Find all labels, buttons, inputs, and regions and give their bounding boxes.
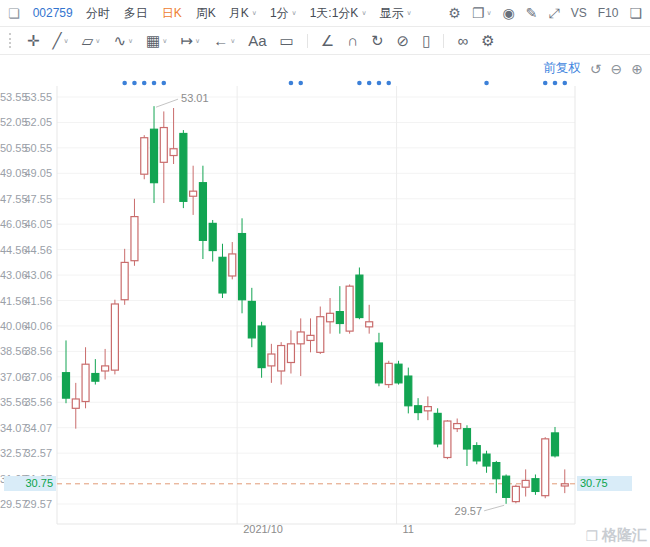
zoom-in-icon[interactable]: ⊕ [631,61,643,77]
popout-icon-glyph: ❏ [629,5,642,21]
candle-down [151,129,158,182]
candlestick-chart[interactable]: 2021/101153.0129.57 [0,55,650,547]
measure-icon[interactable]: ↦∨ [180,32,200,50]
dropdown-1分[interactable]: 1分∨ [270,5,297,22]
candle-up [121,262,128,299]
vs-button-glyph: VS [571,6,587,20]
watermark-logo-icon: ❐ [585,528,598,544]
y-axis-label: 37.06 [0,370,60,384]
dropdown-显示[interactable]: 显示∨ [380,5,412,22]
delete-drawings-icon[interactable]: ▯ [422,32,430,50]
fullscreen-icon[interactable]: ⤢ [549,5,560,22]
candle-up [102,366,109,371]
drawing-toolbar: ✛╱∨▱∨∿∨▦∨↦∨←∨Aa▭∠∩↻⊘▯∞⚙ [0,27,650,55]
candle-up [307,335,314,340]
channel-icon-glyph: ▱ [82,32,94,50]
y-axis-label: 50.55 [0,141,60,155]
continuous-draw-icon[interactable]: ↻ [371,32,384,50]
watermark: ❐ 格隆汇 [585,526,647,545]
candle-up [278,346,285,371]
candle-down [375,343,382,383]
sync-drawings-icon[interactable]: ∞ [457,32,468,49]
current-price-badge-right: 30.75 [577,476,632,491]
channel-icon[interactable]: ▱∨ [82,32,101,50]
layout-select-icon-glyph: ❐ [472,5,485,21]
angle-icon[interactable]: ∠ [321,32,334,50]
arrow-icon[interactable]: ←∨ [213,32,235,49]
candle-up [268,354,275,366]
candle-up [160,128,167,163]
candle-down [532,479,539,492]
event-dot [132,81,137,86]
trendline-icon-glyph: ╱ [53,32,62,50]
candle-down [248,301,255,337]
y-axis-label: 44.56 [0,243,60,257]
candle-down [336,312,343,324]
main-toolbar: ❏ 002759 分时多日日K周K 月K∨1分∨1天:1分K∨显示∨ ⚙❐∨◉✎… [0,0,650,27]
candle-down [395,364,402,383]
pattern-icon[interactable]: ▦∨ [146,32,167,50]
chart-settings-icon[interactable]: ⚙ [448,5,461,21]
dropdown-label: 显示 [380,5,404,22]
candle-up [542,439,549,496]
hide-drawings-icon[interactable]: ⊘ [397,32,410,50]
candle-up [190,191,197,196]
text-icon[interactable]: Aa [248,32,266,49]
draw-settings-icon-glyph: ⚙ [481,32,494,50]
stock-code[interactable]: 002759 [33,6,73,20]
draw-mode-icon[interactable]: ✎ [526,5,538,21]
layout-select-icon[interactable]: ❐∨ [472,5,492,21]
candle-up [229,254,236,276]
screenshot-icon[interactable]: ◉ [503,5,515,21]
y-axis-label: 29.57 [0,497,60,511]
candle-up [512,486,519,501]
draw-settings-icon[interactable]: ⚙ [481,32,494,50]
candle-down [63,373,70,398]
candle-up [366,322,373,327]
dropdown-label: 1分 [270,5,289,22]
drag-handle[interactable] [9,33,13,48]
arrow-icon-glyph: ← [213,32,228,49]
y-axis-label: 43.06 [0,268,60,282]
event-dot [357,81,362,86]
candle-down [199,183,206,241]
comment-icon[interactable]: ▭ [280,32,294,50]
x-axis-label: 11 [403,523,414,535]
candle-down [180,133,187,201]
move-icon-glyph: ✛ [27,32,40,50]
toolbar-right-group: ⚙❐∨◉✎⤢VSF10❏ [448,5,642,22]
candle-up [82,364,89,401]
text-icon-glyph: Aa [248,32,266,49]
chevron-down-icon: ∨ [486,9,491,16]
low-annotation-label: 29.57 [455,505,483,517]
dropdown-月K[interactable]: 月K∨ [229,5,257,22]
low-annotation-line [484,505,504,511]
dropdown-label: 月K [229,5,249,22]
magnet-icon[interactable]: ∩ [347,32,358,49]
fullscreen-icon-glyph: ⤢ [549,5,560,22]
adjust-mode-link[interactable]: 前复权 [543,60,581,77]
hide-drawings-icon-glyph: ⊘ [397,32,410,50]
y-axis-label: 47.55 [0,192,60,206]
tab-分时[interactable]: 分时 [86,5,110,22]
candle-down [405,376,412,406]
toolbar-divider [307,34,308,48]
y-axis-label: 40.06 [0,319,60,333]
tab-周K[interactable]: 周K [196,5,216,22]
move-icon[interactable]: ✛ [27,32,40,50]
y-axis-label: 34.07 [0,421,60,435]
chart-layout-icon[interactable]: ❏ [8,6,20,21]
candle-up [444,421,451,457]
tab-日K[interactable]: 日K [162,5,182,22]
undo-icon[interactable]: ↺ [590,61,602,77]
trendline-icon[interactable]: ╱∨ [53,32,69,50]
popout-icon[interactable]: ❏ [629,5,642,21]
candle-down [219,257,226,293]
f10-button[interactable]: F10 [598,6,619,20]
dropdown-1天:1分K[interactable]: 1天:1分K∨ [310,5,367,22]
vs-button[interactable]: VS [571,6,587,20]
wave-icon[interactable]: ∿∨ [113,32,133,50]
zoom-out-icon[interactable]: ⊖ [611,61,623,77]
event-dot [562,81,567,86]
tab-多日[interactable]: 多日 [124,5,148,22]
